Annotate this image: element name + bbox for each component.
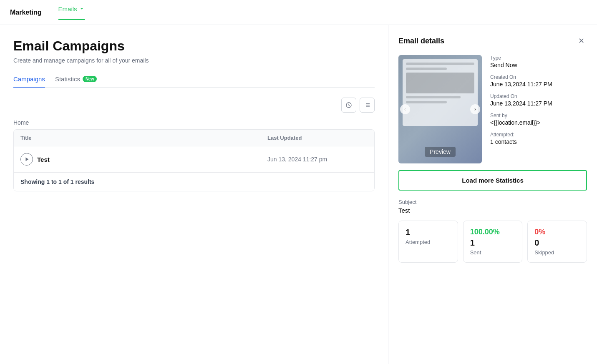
sent-by-value: <{{location.email}}> [490, 119, 587, 126]
tabs-row: Campaigns Statistics New [13, 75, 375, 88]
left-panel: Email Campaigns Create and manage campai… [0, 25, 388, 364]
created-on-value: June 13,2024 11:27 PM [490, 81, 587, 88]
preview-line-1 [406, 63, 474, 65]
stat-card-skipped: 0% 0 Skipped [527, 221, 587, 263]
preview-line-2 [406, 68, 447, 70]
new-badge: New [83, 76, 97, 82]
updated-on-value: June 13,2024 11:27 PM [490, 100, 587, 107]
attempted-count: 1 [406, 228, 451, 237]
svg-marker-7 [26, 158, 29, 161]
attempted-item: Attempted: 1 contacts [490, 132, 587, 145]
emails-nav-tab[interactable]: Emails [58, 5, 85, 20]
right-panel: Email details ✕ ‹ Preview › Typ [388, 25, 597, 364]
main-layout: Email Campaigns Create and manage campai… [0, 25, 597, 364]
close-button[interactable]: ✕ [575, 35, 587, 47]
campaigns-table: Title Last Updated Test Jun 13, 2024 11:… [13, 129, 375, 191]
page-title: Email Campaigns [13, 38, 375, 54]
tab-statistics-label: Statistics [55, 75, 80, 83]
col-title: Title [20, 135, 267, 141]
last-updated-cell: Jun 13, 2024 11:27 pm [267, 156, 351, 163]
stats-cards: 1 Attempted 100.00% 1 Sent 0% 0 Skipped [398, 221, 587, 263]
play-triangle-icon [25, 157, 30, 162]
type-value: Send Now [490, 62, 587, 68]
campaign-title: Test [37, 156, 50, 163]
table-header: Title Last Updated [14, 130, 374, 146]
type-label: Type [490, 55, 587, 61]
preview-next-button[interactable]: › [470, 104, 480, 114]
tab-statistics[interactable]: Statistics New [55, 75, 97, 88]
detail-content-row: ‹ Preview › Type Send Now Create [398, 55, 587, 163]
preview-label: Preview [425, 147, 456, 157]
sent-count: 1 [470, 238, 516, 248]
updated-on-item: Updated On June 13,2024 11:27 PM [490, 93, 587, 107]
table-row[interactable]: Test Jun 13, 2024 11:27 pm [14, 146, 374, 173]
list-view-button[interactable] [360, 98, 375, 113]
page-subtitle: Create and manage campaigns for all of y… [13, 57, 375, 64]
details-header: Email details ✕ [398, 35, 587, 47]
sent-percentage: 100.00% [470, 228, 516, 236]
sent-name: Sent [470, 249, 516, 256]
app-title: Marketing [10, 9, 42, 16]
type-item: Type Send Now [490, 55, 587, 68]
sent-by-item: Sent by <{{location.email}}> [490, 113, 587, 126]
tab-campaigns-label: Campaigns [13, 75, 45, 83]
tab-campaigns[interactable]: Campaigns [13, 75, 45, 88]
preview-inner [403, 59, 478, 126]
emails-tab-label: Emails [58, 5, 77, 13]
col-last-updated: Last Updated [267, 135, 351, 141]
subject-label: Subject [398, 199, 587, 205]
toolbar-row [13, 98, 375, 113]
attempted-value: 1 contacts [490, 138, 587, 145]
preview-line-3 [406, 96, 461, 98]
preview-line-4 [406, 101, 447, 103]
play-icon [20, 153, 33, 166]
campaign-name-cell: Test [20, 153, 267, 166]
detail-meta: Type Send Now Created On June 13,2024 11… [490, 55, 587, 163]
details-title: Email details [398, 37, 444, 45]
skipped-name: Skipped [534, 249, 580, 256]
list-icon [364, 102, 370, 108]
top-nav: Marketing Emails [0, 0, 597, 25]
created-on-label: Created On [490, 74, 587, 80]
skipped-count: 0 [534, 238, 580, 248]
clock-filter-button[interactable] [341, 98, 356, 113]
col-actions [351, 135, 368, 141]
load-more-statistics-button[interactable]: Load more Statistics [398, 170, 587, 191]
stat-card-attempted: 1 Attempted [398, 221, 458, 263]
subject-section: Subject Test [398, 199, 587, 214]
table-footer: Showing 1 to 1 of 1 results [14, 173, 374, 191]
preview-block [406, 73, 474, 93]
sent-by-label: Sent by [490, 113, 587, 118]
attempted-label: Attempted: [490, 132, 587, 138]
subject-value: Test [398, 207, 587, 214]
stat-card-sent: 100.00% 1 Sent [463, 221, 523, 263]
attempted-name: Attempted [406, 239, 451, 245]
chevron-down-icon [79, 6, 85, 12]
created-on-item: Created On June 13,2024 11:27 PM [490, 74, 587, 88]
skipped-percentage: 0% [534, 228, 580, 236]
clock-icon [345, 102, 352, 108]
breadcrumb: Home [13, 119, 375, 126]
email-preview: ‹ Preview › [398, 55, 482, 163]
updated-on-label: Updated On [490, 93, 587, 99]
